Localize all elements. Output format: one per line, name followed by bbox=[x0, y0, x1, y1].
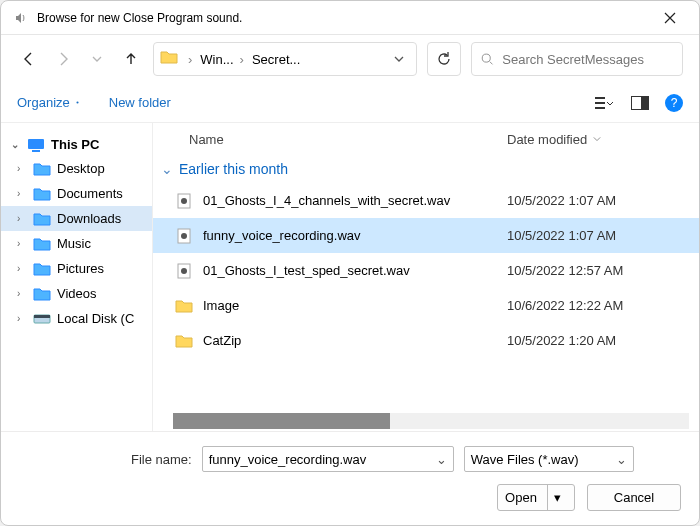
audio-file-icon bbox=[175, 192, 193, 210]
svg-rect-7 bbox=[28, 139, 44, 149]
svg-rect-4 bbox=[595, 107, 605, 109]
speaker-icon bbox=[13, 10, 29, 26]
file-row[interactable]: 01_Ghosts_I_4_channels_with_secret.wav10… bbox=[153, 183, 699, 218]
file-date: 10/5/2022 12:57 AM bbox=[507, 263, 699, 278]
sidebar-item-label: Local Disk (C bbox=[57, 311, 134, 326]
path-dropdown[interactable] bbox=[388, 50, 410, 68]
open-button[interactable]: Open ▾ bbox=[497, 484, 575, 511]
sidebar-item-pictures[interactable]: ›Pictures bbox=[1, 256, 152, 281]
group-header[interactable]: ⌄ Earlier this month bbox=[153, 155, 699, 183]
chevron-right-icon[interactable]: › bbox=[17, 163, 27, 174]
svg-point-12 bbox=[181, 198, 187, 204]
svg-rect-10 bbox=[34, 315, 50, 318]
folder-row[interactable]: Image10/6/2022 12:22 AM bbox=[153, 288, 699, 323]
sidebar-item-local-disk-c[interactable]: ›Local Disk (C bbox=[1, 306, 152, 331]
folder-icon bbox=[160, 50, 178, 68]
sidebar-item-downloads[interactable]: ›Downloads bbox=[1, 206, 152, 231]
view-options-button[interactable] bbox=[593, 92, 615, 114]
organize-menu[interactable]: Organize bbox=[17, 95, 81, 110]
body: ⌄ This PC ›Desktop›Documents›Downloads›M… bbox=[1, 123, 699, 431]
file-date: 10/5/2022 1:07 AM bbox=[507, 228, 699, 243]
breadcrumb[interactable]: › Win...› Secret... bbox=[153, 42, 417, 76]
titlebar: Browse for new Close Program sound. bbox=[1, 1, 699, 35]
sidebar-root-this-pc[interactable]: ⌄ This PC bbox=[1, 133, 152, 156]
chevron-down-icon bbox=[593, 135, 601, 143]
toolbar: Organize New folder ? bbox=[1, 83, 699, 123]
help-button[interactable]: ? bbox=[665, 94, 683, 112]
footer: File name: funny_voice_recording.wav ⌄ W… bbox=[1, 431, 699, 525]
audio-file-icon bbox=[175, 262, 193, 280]
file-name-label: File name: bbox=[131, 452, 192, 467]
svg-point-0 bbox=[482, 54, 490, 62]
search-input[interactable] bbox=[500, 51, 674, 68]
file-row[interactable]: 01_Ghosts_I_test_sped_secret.wav10/5/202… bbox=[153, 253, 699, 288]
back-button[interactable] bbox=[17, 47, 41, 71]
column-headers[interactable]: Name Date modified bbox=[153, 123, 699, 155]
file-name: 01_Ghosts_I_test_sped_secret.wav bbox=[203, 263, 507, 278]
chevron-right-icon[interactable]: › bbox=[17, 213, 27, 224]
sidebar-item-label: Desktop bbox=[57, 161, 105, 176]
sidebar-item-desktop[interactable]: ›Desktop bbox=[1, 156, 152, 181]
up-button[interactable] bbox=[119, 47, 143, 71]
audio-file-icon bbox=[175, 227, 193, 245]
chevron-down-icon[interactable]: ⌄ bbox=[610, 452, 627, 467]
horizontal-scrollbar[interactable] bbox=[173, 413, 689, 429]
breadcrumb-segment[interactable]: Win...› bbox=[200, 52, 248, 67]
folder-icon bbox=[175, 332, 193, 350]
sidebar-item-documents[interactable]: ›Documents bbox=[1, 181, 152, 206]
search-box[interactable] bbox=[471, 42, 683, 76]
svg-point-14 bbox=[181, 233, 187, 239]
sidebar-item-music[interactable]: ›Music bbox=[1, 231, 152, 256]
column-name[interactable]: Name bbox=[189, 132, 507, 147]
file-name: 01_Ghosts_I_4_channels_with_secret.wav bbox=[203, 193, 507, 208]
refresh-button[interactable] bbox=[427, 42, 461, 76]
file-date: 10/5/2022 1:20 AM bbox=[507, 333, 699, 348]
close-button[interactable] bbox=[651, 4, 689, 31]
sidebar-item-label: Music bbox=[57, 236, 91, 251]
column-date-modified[interactable]: Date modified bbox=[507, 132, 699, 147]
chevron-down-icon[interactable]: ⌄ bbox=[11, 139, 21, 150]
breadcrumb-segment[interactable]: Secret... bbox=[252, 52, 300, 67]
scrollbar-thumb[interactable] bbox=[173, 413, 390, 429]
file-name: CatZip bbox=[203, 333, 507, 348]
preview-pane-button[interactable] bbox=[629, 92, 651, 114]
chevron-right-icon: › bbox=[236, 52, 248, 67]
sidebar-item-label: Documents bbox=[57, 186, 123, 201]
file-name: funny_voice_recording.wav bbox=[203, 228, 507, 243]
cancel-button[interactable]: Cancel bbox=[587, 484, 681, 511]
window-title: Browse for new Close Program sound. bbox=[37, 11, 651, 25]
sidebar-item-videos[interactable]: ›Videos bbox=[1, 281, 152, 306]
chevron-right-icon[interactable]: › bbox=[17, 263, 27, 274]
recent-dropdown[interactable] bbox=[85, 47, 109, 71]
navbar: › Win...› Secret... bbox=[1, 35, 699, 83]
file-name-combo[interactable]: funny_voice_recording.wav ⌄ bbox=[202, 446, 454, 472]
chevron-right-icon: › bbox=[184, 52, 196, 67]
svg-point-1 bbox=[76, 101, 78, 103]
file-row[interactable]: funny_voice_recording.wav10/5/2022 1:07 … bbox=[153, 218, 699, 253]
svg-rect-3 bbox=[595, 102, 605, 104]
chevron-right-icon[interactable]: › bbox=[17, 238, 27, 249]
chevron-right-icon[interactable]: › bbox=[17, 288, 27, 299]
svg-rect-8 bbox=[32, 150, 40, 152]
sidebar: ⌄ This PC ›Desktop›Documents›Downloads›M… bbox=[1, 123, 153, 431]
open-dropdown[interactable]: ▾ bbox=[547, 485, 567, 510]
chevron-down-icon: ⌄ bbox=[161, 161, 173, 177]
svg-rect-2 bbox=[595, 97, 605, 99]
new-folder-button[interactable]: New folder bbox=[109, 95, 171, 110]
folder-row[interactable]: CatZip10/5/2022 1:20 AM bbox=[153, 323, 699, 358]
file-name: Image bbox=[203, 298, 507, 313]
file-list: Name Date modified ⌄ Earlier this month … bbox=[153, 123, 699, 431]
file-date: 10/5/2022 1:07 AM bbox=[507, 193, 699, 208]
chevron-down-icon[interactable]: ⌄ bbox=[430, 452, 447, 467]
svg-point-16 bbox=[181, 268, 187, 274]
sidebar-item-label: Pictures bbox=[57, 261, 104, 276]
file-date: 10/6/2022 12:22 AM bbox=[507, 298, 699, 313]
sidebar-item-label: Downloads bbox=[57, 211, 121, 226]
folder-icon bbox=[175, 297, 193, 315]
pc-icon bbox=[27, 138, 45, 152]
chevron-right-icon[interactable]: › bbox=[17, 188, 27, 199]
file-open-dialog: Browse for new Close Program sound. › Wi… bbox=[0, 0, 700, 526]
chevron-right-icon[interactable]: › bbox=[17, 313, 27, 324]
forward-button[interactable] bbox=[51, 47, 75, 71]
file-type-filter[interactable]: Wave Files (*.wav) ⌄ bbox=[464, 446, 634, 472]
